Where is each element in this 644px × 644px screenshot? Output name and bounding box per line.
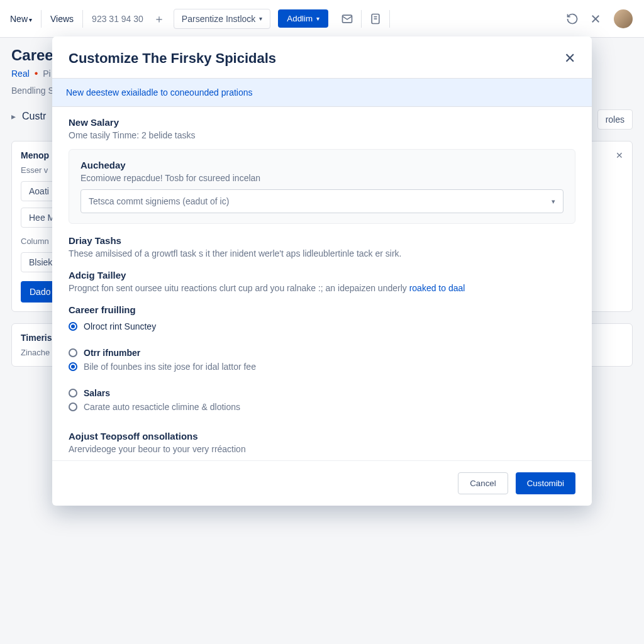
divider — [389, 10, 390, 28]
select-placeholder: Tetsca commt signiems (eadut of ic) — [89, 196, 229, 206]
close-icon[interactable] — [590, 13, 601, 25]
card-close-icon[interactable]: ✕ — [616, 150, 623, 160]
radio-sub: Carate auto resacticle climine & dlotion… — [84, 402, 240, 412]
tab-pi[interactable]: Pi — [43, 69, 50, 79]
modal-overlay: Customize The Firsky Spicidals ✕ New dee… — [0, 0, 644, 644]
radio-icon — [69, 322, 77, 331]
radio-row-olroct[interactable]: Olroct rint Sunctey — [69, 321, 575, 331]
radio-icon — [69, 402, 77, 411]
modal-header: Customize The Firsky Spicidals ✕ — [52, 36, 592, 78]
radio-sub: Bile of founbes ins site jose for idal l… — [84, 362, 256, 372]
aucheday-section: Aucheday Ecomiowe repacdue! Tosb for csu… — [69, 149, 575, 224]
customize-modal: Customize The Firsky Spicidals ✕ New dee… — [52, 36, 592, 506]
modal-footer: Cancel Customibi — [52, 460, 592, 506]
plus-icon[interactable]: ＋ — [152, 12, 166, 26]
adcig-section: Adcig Tailley Prognct fon sent oursee ui… — [69, 270, 575, 293]
radio-icon — [69, 362, 77, 371]
avatar[interactable] — [613, 8, 634, 30]
roles-pill[interactable]: roles — [597, 109, 633, 130]
refresh-icon[interactable] — [566, 13, 579, 25]
views-link[interactable]: Views — [50, 14, 74, 24]
section-sub: Arervideoge your beour to your very rréa… — [69, 444, 575, 454]
tab-real[interactable]: Real — [11, 69, 30, 79]
modal-body: New Salary Ome tasily Tinme: 2 belide ta… — [52, 107, 592, 460]
section-title: Aojust Teopsoff onsollations — [69, 431, 575, 441]
section-title: New Salary — [69, 117, 575, 128]
divider — [41, 10, 42, 28]
addlim-button[interactable]: Addlim ▾ — [278, 9, 328, 28]
section-title: Adcig Tailley — [69, 270, 575, 280]
document-icon[interactable] — [369, 13, 382, 25]
new-menu[interactable]: New▾ — [10, 14, 32, 24]
salars-section: Salars Carate auto resacticle climine & … — [69, 388, 575, 412]
driay-section: Driay Tashs These amilsised of a growtfl… — [69, 235, 575, 258]
divider — [82, 10, 83, 28]
customize-button[interactable]: Customibi — [516, 472, 575, 494]
aucheday-select[interactable]: Tetsca commt signiems (eadut of ic) ▾ — [80, 189, 564, 213]
chevron-down-icon: ▾ — [316, 15, 319, 22]
roaked-link[interactable]: roaked to daal — [409, 283, 465, 293]
section-sub: Ecomiowe repacdue! Tosb for csureed ince… — [80, 173, 564, 183]
chevron-down-icon: ▾ — [552, 197, 555, 206]
section-sub: Prognct fon sent oursee uitu reactions c… — [69, 283, 575, 293]
radio-row-salars[interactable]: Salars — [69, 388, 575, 398]
adjust-section: Aojust Teopsoff onsollations Arervideoge… — [69, 431, 575, 454]
modal-close-icon[interactable]: ✕ — [564, 50, 575, 67]
mail-icon[interactable] — [341, 13, 353, 25]
radio-group-career: Olroct rint Sunctey — [69, 321, 575, 331]
caret-icon[interactable]: ▸ — [11, 111, 16, 121]
section-title: Aucheday — [80, 160, 564, 170]
parsentize-dropdown[interactable]: Parsentize Instlock ▾ — [174, 9, 271, 29]
card-title: Menop — [21, 150, 49, 160]
toolbar-right — [566, 8, 634, 30]
otrr-section: Otrr ifnumber Bile of founbes ins site j… — [69, 348, 575, 372]
radio-row-otrr[interactable]: Otrr ifnumber — [69, 348, 575, 358]
radio-label: Salars — [84, 388, 110, 398]
radio-icon — [69, 389, 77, 397]
radio-row-bile[interactable]: Bile of founbes ins site jose for idal l… — [69, 362, 575, 372]
salary-section: New Salary Ome tasily Tinme: 2 belide ta… — [69, 117, 575, 140]
section-title: Driay Tashs — [69, 235, 575, 246]
divider — [361, 10, 362, 28]
cancel-button[interactable]: Cancel — [458, 472, 508, 494]
toolbar-left: New▾ Views 923 31 94 30 ＋ — [10, 10, 166, 28]
section-sub: These amilsised of a growtfl task s it t… — [69, 248, 575, 258]
career-fruilling-section: Career fruilling Olroct rint Sunctey — [69, 304, 575, 331]
radio-label: Otrr ifnumber — [84, 348, 140, 358]
section-sub: Ome tasily Tinme: 2 belide tasks — [69, 130, 575, 140]
radio-label: Olroct rint Sunctey — [84, 321, 156, 331]
modal-title: Customize The Firsky Spicidals — [69, 50, 276, 67]
section-title: Career fruilling — [69, 304, 575, 315]
top-toolbar: New▾ Views 923 31 94 30 ＋ Parsentize Ins… — [0, 0, 644, 38]
radio-row-carate[interactable]: Carate auto resacticle climine & dlotion… — [69, 402, 575, 412]
radio-icon — [69, 348, 77, 357]
custr-label: Custr — [22, 111, 46, 122]
card-title: Timeris — [21, 333, 52, 343]
toolbar-numbers: 923 31 94 30 — [92, 14, 143, 24]
chevron-down-icon: ▾ — [259, 15, 262, 22]
info-banner: New deestew exiailadle to coneounded pra… — [52, 78, 592, 107]
status-dot: • — [35, 68, 38, 79]
